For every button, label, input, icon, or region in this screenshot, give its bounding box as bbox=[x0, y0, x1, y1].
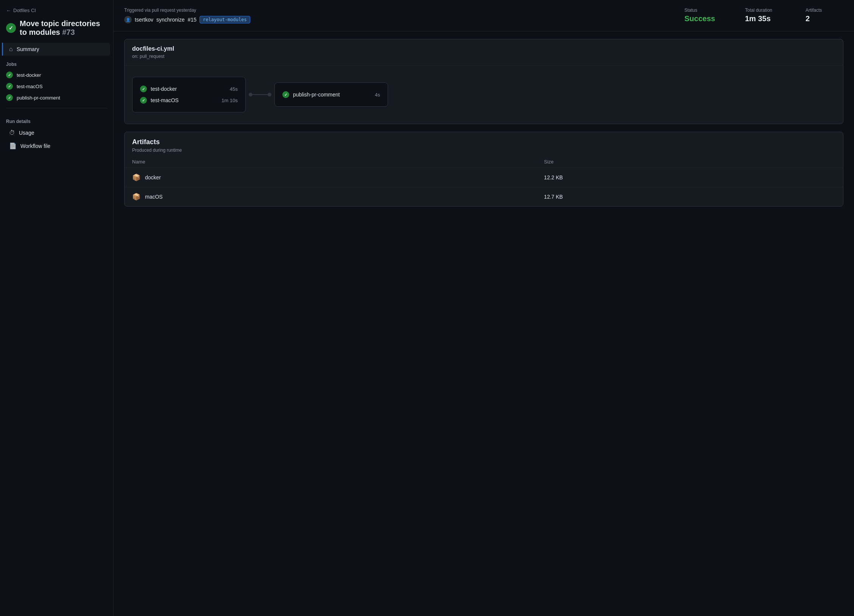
artifact-name-cell-docker: 📦 docker bbox=[125, 168, 536, 187]
job-name: test-docker bbox=[17, 72, 41, 78]
job-success-icon bbox=[140, 97, 147, 104]
sidebar-job-publish-pr-comment[interactable]: publish-pr-comment bbox=[0, 92, 113, 103]
workflow-header: docfiles-ci.yml on: pull_request bbox=[125, 39, 843, 65]
breadcrumb[interactable]: ← Dotfiles CI bbox=[0, 6, 113, 18]
job-success-icon bbox=[6, 83, 13, 90]
nav-usage[interactable]: ⏱ Usage bbox=[3, 126, 110, 139]
artifacts-header-row: Name Size bbox=[125, 156, 843, 168]
run-success-icon bbox=[6, 23, 16, 33]
job-name-test-docker: test-docker bbox=[151, 86, 226, 92]
status-stat: Status Success bbox=[684, 8, 722, 23]
artifacts-col-size: Size bbox=[536, 156, 843, 168]
sidebar: ← Dotfiles CI Move topic directories to … bbox=[0, 0, 114, 616]
file-icon: 📄 bbox=[9, 142, 17, 149]
job-name-test-macos: test-macOS bbox=[151, 97, 218, 103]
nav-workflow-file-label: Workflow file bbox=[20, 143, 50, 149]
job-name: test-macOS bbox=[17, 84, 43, 89]
artifact-name-macos: macOS bbox=[145, 194, 163, 200]
connector-line bbox=[252, 94, 268, 95]
trigger-label: Triggered via pull request yesterday bbox=[124, 8, 662, 13]
workflow-card: docfiles-ci.yml on: pull_request test-do… bbox=[124, 39, 843, 124]
trigger-section: Triggered via pull request yesterday 👤 t… bbox=[124, 8, 662, 23]
artifacts-col-name: Name bbox=[125, 156, 536, 168]
actor-name: tsertkov bbox=[135, 17, 153, 23]
home-icon: ⌂ bbox=[9, 46, 13, 53]
clock-icon: ⏱ bbox=[9, 129, 15, 136]
artifacts-subtitle: Produced during runtime bbox=[132, 148, 835, 153]
artifacts-table-body: 📦 docker 12.2 KB 📦 macOS bbox=[125, 168, 843, 207]
artifacts-table: Name Size 📦 docker 12.2 KB bbox=[125, 156, 843, 206]
artifact-name-docker: docker bbox=[145, 174, 161, 180]
nav-workflow-file[interactable]: 📄 Workflow file bbox=[3, 139, 110, 152]
artifact-box-icon: 📦 bbox=[132, 193, 140, 201]
artifact-size-macos: 12.7 KB bbox=[536, 187, 843, 207]
dependent-job-box: publish-pr-comment 4s bbox=[274, 82, 388, 107]
page-title-row: Move topic directories to modules #73 bbox=[0, 18, 113, 43]
workflow-body: test-docker 45s test-macOS 1m 10s bbox=[125, 65, 843, 124]
artifact-name-cell-macos: 📦 macOS bbox=[125, 187, 536, 207]
job-row-test-docker[interactable]: test-docker 45s bbox=[140, 83, 238, 95]
duration-value: 1m 35s bbox=[745, 14, 783, 23]
duration-label: Total duration bbox=[745, 8, 783, 13]
artifacts-title: Artifacts bbox=[132, 138, 835, 146]
artifacts-header: Artifacts Produced during runtime bbox=[125, 132, 843, 156]
workflow-trigger: on: pull_request bbox=[132, 54, 835, 59]
artifacts-table-head: Name Size bbox=[125, 156, 843, 168]
nav-usage-label: Usage bbox=[19, 130, 34, 136]
trigger-row: 👤 tsertkov synchronize #15 relayout-modu… bbox=[124, 16, 662, 23]
job-name-publish-pr-comment: publish-pr-comment bbox=[293, 92, 371, 98]
breadcrumb-arrow-icon: ← bbox=[6, 8, 11, 13]
job-row-publish-pr-comment[interactable]: publish-pr-comment 4s bbox=[282, 89, 380, 100]
connector-dot-left bbox=[249, 93, 252, 96]
job-success-icon bbox=[140, 86, 147, 92]
artifact-row-macos[interactable]: 📦 macOS 12.7 KB bbox=[125, 187, 843, 207]
artifact-row-docker[interactable]: 📦 docker 12.2 KB bbox=[125, 168, 843, 187]
connector-dot-right bbox=[268, 93, 271, 96]
trigger-action: synchronize bbox=[156, 17, 185, 23]
artifacts-stat: Artifacts 2 bbox=[806, 8, 843, 23]
artifacts-count-value: 2 bbox=[806, 14, 843, 23]
actor-avatar: 👤 bbox=[124, 16, 132, 23]
status-label: Status bbox=[684, 8, 722, 13]
main-content: Triggered via pull request yesterday 👤 t… bbox=[114, 0, 854, 616]
job-success-icon bbox=[282, 91, 289, 98]
job-success-icon bbox=[6, 94, 13, 101]
job-duration-publish-pr-comment: 4s bbox=[375, 92, 380, 98]
sidebar-job-test-docker[interactable]: test-docker bbox=[0, 69, 113, 81]
jobs-section-label: Jobs bbox=[0, 56, 113, 69]
sidebar-job-test-macos[interactable]: test-macOS bbox=[0, 81, 113, 92]
job-row-test-macos[interactable]: test-macOS 1m 10s bbox=[140, 95, 238, 106]
artifact-size-docker: 12.2 KB bbox=[536, 168, 843, 187]
branch-tag[interactable]: relayout-modules bbox=[199, 16, 250, 23]
nav-summary-label: Summary bbox=[17, 46, 39, 52]
run-details-label: Run details bbox=[0, 113, 113, 126]
parallel-jobs-box: test-docker 45s test-macOS 1m 10s bbox=[132, 77, 246, 112]
job-name: publish-pr-comment bbox=[17, 95, 60, 101]
job-duration-test-docker: 45s bbox=[230, 86, 238, 92]
status-value: Success bbox=[684, 14, 722, 23]
duration-stat: Total duration 1m 35s bbox=[745, 8, 783, 23]
artifacts-card: Artifacts Produced during runtime Name S… bbox=[124, 132, 843, 207]
nav-summary[interactable]: ⌂ Summary bbox=[2, 43, 110, 56]
page-title: Move topic directories to modules #73 bbox=[20, 19, 107, 37]
sidebar-divider bbox=[6, 108, 107, 108]
job-duration-test-macos: 1m 10s bbox=[221, 98, 238, 103]
artifact-box-icon: 📦 bbox=[132, 173, 140, 182]
job-success-icon bbox=[6, 72, 13, 78]
breadcrumb-text: Dotfiles CI bbox=[13, 8, 36, 13]
workflow-filename: docfiles-ci.yml bbox=[132, 45, 835, 52]
job-connector bbox=[246, 93, 274, 96]
trigger-info-card: Triggered via pull request yesterday 👤 t… bbox=[114, 0, 854, 31]
trigger-pr-number: #15 bbox=[188, 17, 196, 23]
artifacts-count-label: Artifacts bbox=[806, 8, 843, 13]
